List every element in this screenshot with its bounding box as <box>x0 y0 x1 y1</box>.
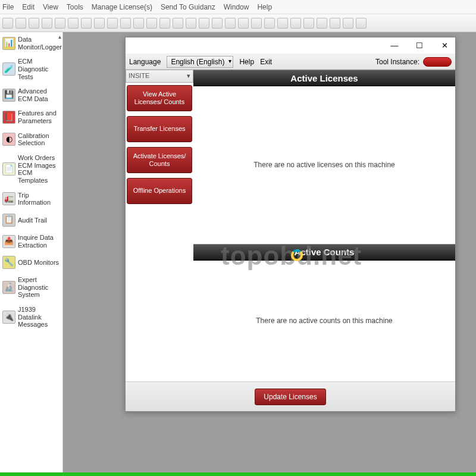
sidebar-item[interactable]: ◐Calibration Selection <box>0 129 62 151</box>
sidebar-item-label: Data Monitor/Logger <box>18 36 62 51</box>
loading-spinner-icon <box>291 249 303 261</box>
main-menubar: File Edit View Tools Manage License(s) S… <box>0 0 476 14</box>
dialog-footer: Update Licenses <box>126 381 455 411</box>
dialog-menubar: Language English (English) Help Exit Too… <box>126 54 455 70</box>
counts-empty-text: There are no active counts on this machi… <box>256 317 392 325</box>
dialog-content: Active Licenses There are no active lice… <box>193 70 455 381</box>
close-button[interactable]: ✕ <box>437 40 452 51</box>
menu-manage-licenses[interactable]: Manage License(s) <box>92 3 152 11</box>
transfer-licenses-button[interactable]: Transfer Licenses <box>127 116 192 142</box>
toolbar-button[interactable] <box>107 18 118 29</box>
toolbar-button[interactable] <box>251 18 262 29</box>
offline-operations-button[interactable]: Offline Operations <box>127 178 192 204</box>
sidebar-item-label: Calibration Selection <box>18 132 60 147</box>
active-licenses-body: There are no active licenses on this mac… <box>193 86 455 244</box>
active-counts-header: Active Counts <box>193 244 455 261</box>
scroll-up-icon[interactable]: ▴ <box>58 33 61 40</box>
active-counts-body: There are no active counts on this machi… <box>193 261 455 381</box>
licenses-empty-text: There are no active licenses on this mac… <box>253 161 394 169</box>
toolbar-button[interactable] <box>290 18 301 29</box>
product-select[interactable]: INSITE <box>126 70 193 83</box>
menu-edit[interactable]: Edit <box>22 3 35 11</box>
minimize-button[interactable]: — <box>387 40 402 51</box>
sidebar: ▴ 📊Data Monitor/Logger🧪ECM Diagnostic Te… <box>0 32 63 472</box>
sidebar-icon: 📤 <box>2 235 15 248</box>
toolbar-button[interactable] <box>81 18 92 29</box>
toolbar-button[interactable] <box>55 18 65 29</box>
toolbar-button[interactable] <box>120 18 131 29</box>
sidebar-item-label: Audit Trail <box>18 217 60 224</box>
sidebar-item[interactable]: 🔌J1939 Datalink Messages <box>0 302 62 332</box>
toolbar-button[interactable] <box>42 18 52 29</box>
sidebar-item[interactable]: 🧪ECM Diagnostic Tests <box>0 54 62 84</box>
menu-file[interactable]: File <box>2 3 14 11</box>
sidebar-icon: 🧪 <box>2 62 15 76</box>
sidebar-item[interactable]: 🚛Trip Information <box>0 188 62 210</box>
license-dialog: — ☐ ✕ Language English (English) Help Ex… <box>125 37 456 412</box>
tool-instance-badge <box>423 57 452 67</box>
toolbar-button[interactable] <box>264 18 275 29</box>
workspace: — ☐ ✕ Language English (English) Help Ex… <box>63 32 476 472</box>
sidebar-item[interactable]: 🔬Expert Diagnostic System <box>0 273 62 302</box>
sidebar-item-label: Expert Diagnostic System <box>18 276 60 299</box>
maximize-button[interactable]: ☐ <box>412 40 427 51</box>
toolbar-button[interactable] <box>199 18 209 29</box>
sidebar-item[interactable]: 📤Inquire Data Extraction <box>0 230 62 252</box>
toolbar-button[interactable] <box>133 18 144 29</box>
toolbar-button[interactable] <box>159 18 170 29</box>
sidebar-item[interactable]: 📊Data Monitor/Logger <box>0 32 62 54</box>
menu-window[interactable]: Window <box>224 3 249 11</box>
menu-help[interactable]: Help <box>257 3 272 11</box>
toolbar-button[interactable] <box>68 18 79 29</box>
sidebar-item-label: ECM Diagnostic Tests <box>18 58 60 80</box>
toolbar-button[interactable] <box>356 18 367 29</box>
dialog-exit[interactable]: Exit <box>260 58 272 66</box>
sidebar-icon: 🔬 <box>2 281 15 294</box>
toolbar-button[interactable] <box>238 18 249 29</box>
sidebar-icon: 🚛 <box>2 192 15 205</box>
toolbar-button[interactable] <box>212 18 223 29</box>
menu-send-to-guidanz[interactable]: Send To Guidanz <box>161 3 215 11</box>
menu-tools[interactable]: Tools <box>67 3 83 11</box>
sidebar-icon: ◐ <box>2 133 15 146</box>
toolbar-button[interactable] <box>343 18 353 29</box>
sidebar-item[interactable]: 📕Features and Parameters <box>0 106 62 128</box>
toolbar-button[interactable] <box>330 18 340 29</box>
sidebar-item-label: Features and Parameters <box>18 109 60 124</box>
language-select[interactable]: English (English) <box>167 56 233 68</box>
view-active-licenses-button[interactable]: View Active Licenses/ Counts <box>127 85 192 111</box>
toolbar-button[interactable] <box>29 18 39 29</box>
toolbar-button[interactable] <box>317 18 327 29</box>
toolbar-button[interactable] <box>277 18 288 29</box>
sidebar-item[interactable]: 💾Advanced ECM Data <box>0 84 62 106</box>
dialog-help[interactable]: Help <box>239 58 254 66</box>
toolbar-button[interactable] <box>173 18 183 29</box>
sidebar-icon: 📊 <box>2 37 15 50</box>
toolbar-button[interactable] <box>15 18 26 29</box>
toolbar-button[interactable] <box>186 18 196 29</box>
dialog-left-panel: INSITE View Active Licenses/ Counts Tran… <box>126 70 193 381</box>
active-licenses-header: Active Licenses <box>193 70 455 86</box>
sidebar-item-label: J1939 Datalink Messages <box>18 306 60 328</box>
sidebar-item[interactable]: 📄Work Orders ECM Images ECM Templates <box>0 151 62 188</box>
sidebar-icon: 💾 <box>2 89 15 102</box>
sidebar-item-label: Trip Information <box>18 192 60 206</box>
activate-licenses-button[interactable]: Activate Licenses/ Counts <box>127 147 192 173</box>
toolbar-button[interactable] <box>2 18 13 29</box>
main-toolbar <box>0 14 476 32</box>
toolbar-button[interactable] <box>303 18 314 29</box>
sidebar-icon: 📕 <box>2 111 15 124</box>
sidebar-icon: 🔌 <box>2 311 15 324</box>
sidebar-item-label: Work Orders ECM Images ECM Templates <box>18 154 60 184</box>
sidebar-item[interactable]: 🔧OBD Monitors <box>0 252 62 273</box>
sidebar-item[interactable]: 📋Audit Trail <box>0 210 62 230</box>
toolbar-button[interactable] <box>225 18 236 29</box>
menu-view[interactable]: View <box>43 3 58 11</box>
sidebar-item-label: OBD Monitors <box>18 259 60 267</box>
status-stripe <box>0 472 476 476</box>
toolbar-button[interactable] <box>94 18 105 29</box>
update-licenses-button[interactable]: Update Licenses <box>255 389 325 405</box>
sidebar-item-label: Inquire Data Extraction <box>18 234 60 249</box>
sidebar-item-label: Advanced ECM Data <box>18 87 60 102</box>
toolbar-button[interactable] <box>146 18 157 29</box>
